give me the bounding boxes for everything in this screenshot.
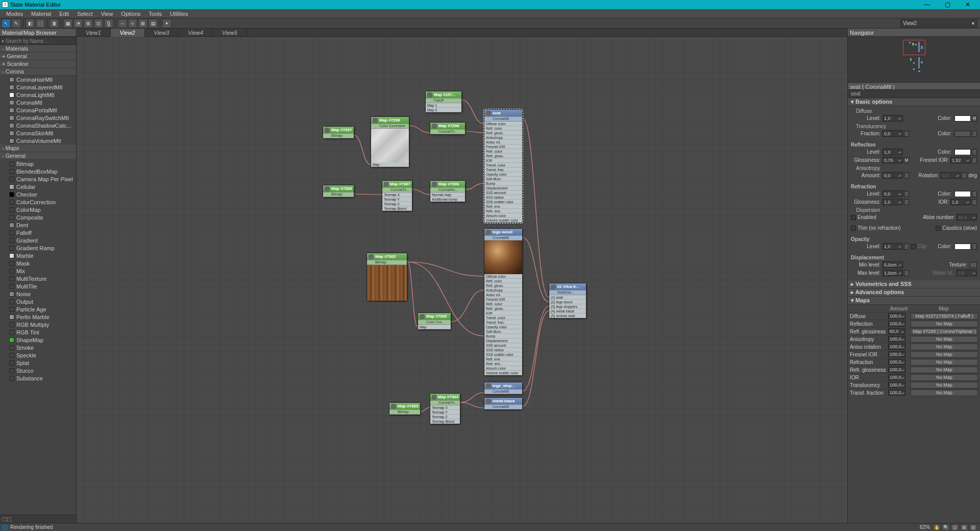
browser-item[interactable]: Noise xyxy=(0,290,76,298)
browser-item[interactable]: CoronaLightMtl xyxy=(0,91,76,99)
browser-item[interactable]: Dent xyxy=(0,221,76,229)
browser-item[interactable]: CoronaPortalMtl xyxy=(0,106,76,114)
section-volumetrics[interactable]: ▸ Volumetrics and SSS xyxy=(848,280,980,288)
node-n_7304[interactable]: Map #7304CoronaTri...Texmap XTexmap YTex… xyxy=(430,393,460,424)
tool-9[interactable]: ⊡ xyxy=(94,19,103,28)
browser-item[interactable]: Camera Map Per Pixel xyxy=(0,175,76,183)
browser-item[interactable]: Cellular xyxy=(0,183,76,190)
clip-check[interactable] xyxy=(911,244,916,249)
menu-modes[interactable]: Modes xyxy=(2,9,27,18)
disp-water[interactable]: 0,5▴▾ xyxy=(957,270,977,276)
browser-item[interactable]: ColorMap xyxy=(0,206,76,213)
node-n_7302[interactable]: Map #7302Bitmap xyxy=(366,253,407,301)
browser-item[interactable]: Output xyxy=(0,298,76,305)
browser-item[interactable]: Substance xyxy=(0,374,76,382)
menu-select[interactable]: Select xyxy=(73,9,97,18)
browser-item[interactable]: + Scanline xyxy=(0,60,76,68)
thin-check[interactable] xyxy=(851,226,856,231)
menu-tools[interactable]: Tools xyxy=(144,9,166,18)
view-dropdown[interactable]: View2▾ xyxy=(900,19,977,28)
browser-item[interactable]: CoronaMtl xyxy=(0,99,76,106)
browser-item[interactable]: Particle Age xyxy=(0,305,76,313)
navigator[interactable] xyxy=(848,37,980,83)
browser-item[interactable]: Marble xyxy=(0,252,76,259)
disp-max[interactable]: 1,0cm▴▾ xyxy=(883,270,903,276)
browser-item[interactable]: CoronaVolumeMtl xyxy=(0,137,76,144)
browser-item[interactable]: Perlin Marble xyxy=(0,313,76,321)
browser-item[interactable]: MultiTile xyxy=(0,282,76,290)
browser-item[interactable]: - General xyxy=(0,152,76,160)
dispersion-enabled[interactable] xyxy=(851,215,856,220)
node-n_7297[interactable]: Map #7297Bitmap xyxy=(323,126,354,139)
node-n_7299[interactable]: Map #7299Color CorrectionMap xyxy=(371,116,409,167)
zoom-extents-sel-tool[interactable]: ⊟ xyxy=(969,524,977,531)
menu-utilities[interactable]: Utilities xyxy=(166,9,192,18)
node-n_7308[interactable]: Map #7308Bitmap xyxy=(323,185,354,198)
select-tool[interactable]: ↖ xyxy=(2,19,11,28)
refr-level[interactable]: 0,0▴▾ xyxy=(883,190,903,197)
refl-gloss[interactable]: 0,76▴▾ xyxy=(883,157,903,163)
aniso-rot[interactable]: 0,0▴▾ xyxy=(940,172,961,179)
map-row[interactable]: Refraction 100,0▴▾ No Map xyxy=(848,358,980,366)
tool-15[interactable]: ✦ xyxy=(162,19,172,28)
map-row[interactable]: Diffuse 100,0▴▾ Map #1571735074 ( Fallof… xyxy=(848,312,980,320)
opacity-level[interactable]: 1,0▴▾ xyxy=(883,243,903,250)
caustics-check[interactable] xyxy=(936,226,941,231)
browser-item[interactable]: + General xyxy=(0,53,76,60)
browser-item[interactable]: RGB Multiply xyxy=(0,321,76,328)
map-row[interactable]: Transl. fraction 100,0▴▾ No Map xyxy=(848,389,980,396)
menu-options[interactable]: Options xyxy=(117,9,144,18)
node-n_7300[interactable]: Map #7300Color Cor...Map xyxy=(418,312,451,330)
transl-color[interactable] xyxy=(954,131,971,137)
browser-item[interactable]: Splat xyxy=(0,359,76,367)
node-n_falloff[interactable]: Map #157...FalloffMap 1Map 2 xyxy=(425,91,462,113)
browser-item[interactable]: - Materials xyxy=(0,45,76,53)
browser-item[interactable]: CoronaSkinMtl xyxy=(0,129,76,137)
node-graph[interactable]: Map #157...FalloffMap 1Map 2Map #7297Bit… xyxy=(77,37,847,523)
transl-fraction[interactable]: 0,0▴▾ xyxy=(883,130,903,137)
browser-item[interactable]: Gradient Ramp xyxy=(0,244,76,252)
browser-item[interactable]: CoronaLayeredMtl xyxy=(0,83,76,91)
sample-slots-icon[interactable]: ⬚⬚ xyxy=(2,516,11,522)
refr-color[interactable] xyxy=(954,191,971,197)
section-advanced[interactable]: ▸ Advanced options xyxy=(848,288,980,297)
fresnel-ior[interactable]: 1,52▴▾ xyxy=(950,157,971,163)
browser-item[interactable]: Checker xyxy=(0,190,76,198)
pick-tool[interactable]: ✎ xyxy=(12,19,21,28)
browser-item[interactable]: CoronaHairMtl xyxy=(0,76,76,83)
map-row[interactable]: IOR 100,0▴▾ No Map xyxy=(848,373,980,381)
browser-item[interactable]: - Maps xyxy=(0,144,76,152)
node-n_7298[interactable]: Map #7298CoronaTri... xyxy=(430,122,465,135)
tool-3[interactable]: ◧ xyxy=(26,19,35,28)
map-row[interactable]: Anisotropy 100,0▴▾ No Map xyxy=(848,335,980,343)
tool-10[interactable]: 0̲ xyxy=(104,19,113,28)
zoom-extents-tool[interactable]: ⊞ xyxy=(960,524,968,531)
map-row[interactable]: Reflection 100,0▴▾ No Map xyxy=(848,320,980,327)
zoom-region-tool[interactable]: ⊡ xyxy=(951,524,959,531)
browser-item[interactable]: MultiTexture xyxy=(0,275,76,282)
refr-ior[interactable]: 1,6▴▾ xyxy=(950,199,971,205)
disp-min[interactable]: 0,0cm▴▾ xyxy=(883,261,903,268)
map-row[interactable]: Refr. glossiness 100,0▴▾ No Map xyxy=(848,366,980,373)
browser-search[interactable]: ▾ Search by Name ... xyxy=(0,37,76,45)
tool-14[interactable]: ▤ xyxy=(149,19,158,28)
tool-13[interactable]: ⊞ xyxy=(138,19,148,28)
browser-item[interactable]: CoronaShadowCatc... xyxy=(0,122,76,129)
map-row[interactable]: Aniso rotation 100,0▴▾ No Map xyxy=(848,343,980,350)
map-row[interactable]: Refl. glossiness 60,0▴▾ Map #7298 ( Coro… xyxy=(848,327,980,335)
refl-level[interactable]: 1,0▴▾ xyxy=(883,149,903,155)
aniso-amount[interactable]: 0,0▴▾ xyxy=(883,172,903,179)
map-row[interactable]: Translucency 100,0▴▾ No Map xyxy=(848,381,980,389)
abbe-number[interactable]: 40,0▴▾ xyxy=(957,214,977,221)
node-n_7306[interactable]: Map #7306CoronaNo...Normal mapAdditional… xyxy=(430,180,465,202)
diffuse-level[interactable]: 1,0▴▾ xyxy=(883,115,903,122)
browser-item[interactable]: Mask xyxy=(0,259,76,267)
node-n_7303[interactable]: Map #7303Bitmap xyxy=(389,402,421,415)
browser-item[interactable]: Speckle xyxy=(0,351,76,359)
zoom-tool[interactable]: 🔍 xyxy=(942,524,950,531)
browser-item[interactable]: Composite xyxy=(0,213,76,221)
menu-material[interactable]: Material xyxy=(27,9,55,18)
browser-item[interactable]: Mix xyxy=(0,267,76,275)
browser-item[interactable]: BlendedBoxMap xyxy=(0,167,76,175)
browser-item[interactable]: ColorCorrection xyxy=(0,198,76,206)
